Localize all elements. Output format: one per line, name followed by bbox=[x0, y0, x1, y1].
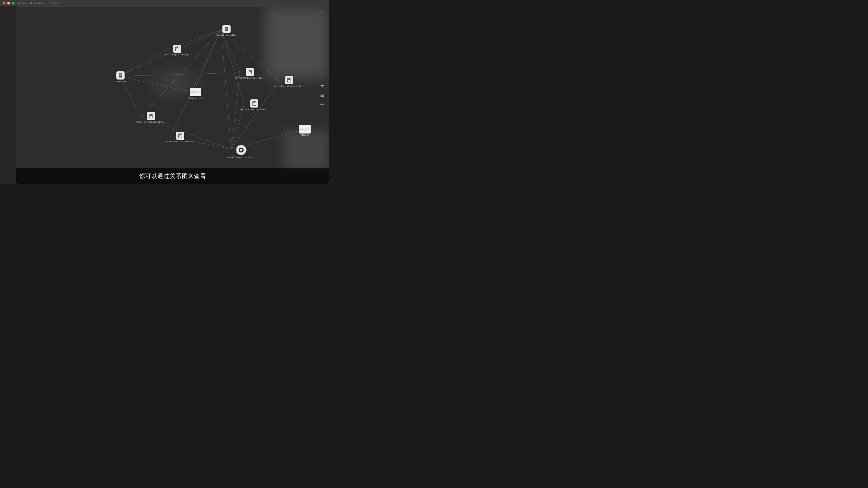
settings-button[interactable] bbox=[319, 101, 325, 107]
svg-line-21 bbox=[170, 136, 231, 149]
maximize-button[interactable] bbox=[12, 2, 14, 4]
minimize-button[interactable] bbox=[7, 2, 10, 4]
graph-svg bbox=[16, 6, 329, 184]
svg-line-19 bbox=[231, 104, 244, 149]
svg-line-11 bbox=[170, 30, 221, 137]
titlebar: Obsidian - Untitled Note 关系图 bbox=[0, 0, 329, 6]
svg-line-18 bbox=[231, 81, 279, 149]
svg-rect-2 bbox=[320, 96, 324, 97]
app-title: Obsidian - Untitled Note bbox=[18, 2, 44, 4]
filter-button[interactable] bbox=[319, 83, 325, 90]
svg-line-6 bbox=[221, 30, 240, 73]
svg-line-5 bbox=[119, 30, 221, 76]
svg-line-20 bbox=[231, 130, 304, 149]
svg-line-7 bbox=[221, 30, 279, 81]
svg-line-15 bbox=[119, 76, 193, 92]
svg-line-9 bbox=[221, 30, 244, 104]
tab-label: 关系图 bbox=[51, 2, 58, 5]
svg-line-12 bbox=[221, 30, 231, 149]
svg-point-3 bbox=[322, 104, 323, 105]
sidebar bbox=[0, 6, 16, 184]
svg-rect-0 bbox=[320, 94, 324, 94]
graph-toolbar bbox=[319, 83, 325, 107]
svg-line-8 bbox=[193, 30, 221, 92]
subtitle-text: 你可以通过关系图来查看 bbox=[139, 173, 206, 180]
svg-line-10 bbox=[141, 30, 221, 117]
svg-line-16 bbox=[119, 76, 141, 117]
svg-line-17 bbox=[231, 73, 240, 149]
modal-close-button[interactable]: × bbox=[320, 10, 325, 15]
svg-line-14 bbox=[119, 73, 240, 76]
layout-button[interactable] bbox=[319, 92, 325, 98]
subtitle-bar: 你可以通过关系图来查看 bbox=[16, 168, 329, 184]
svg-rect-1 bbox=[320, 95, 324, 96]
graph-modal: × Sherlock Holmes NoteOw?" "Looking For … bbox=[16, 6, 329, 184]
svg-line-13 bbox=[119, 50, 167, 76]
close-button[interactable] bbox=[3, 2, 5, 4]
svg-line-22 bbox=[141, 117, 231, 149]
